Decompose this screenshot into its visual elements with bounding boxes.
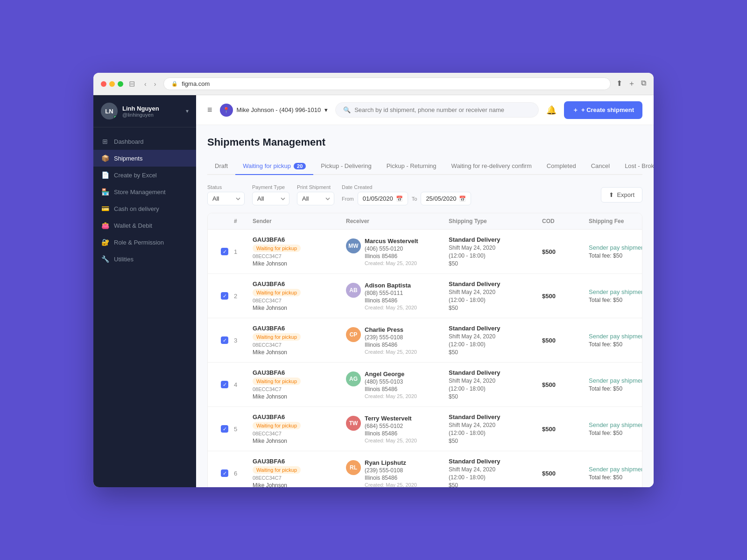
- shipments-table: # Sender Receiver Shipping Type COD Ship…: [207, 213, 642, 487]
- calendar-icon: 📅: [459, 196, 466, 202]
- sidebar-item-store-management[interactable]: 🏪 Store Management: [93, 183, 196, 200]
- from-date-input[interactable]: 01/05/2020 📅: [358, 192, 408, 205]
- receiver-created: Created: May 25, 2020: [365, 438, 417, 443]
- table-row: 4 GAU3BFA6 Waiting for pickup 08ECC34C7 …: [208, 363, 642, 407]
- avatar: LN: [101, 103, 118, 119]
- row-number: 3: [234, 337, 253, 344]
- sidebar-item-label: Cash on delivery: [114, 205, 159, 212]
- windows-icon[interactable]: ⧉: [641, 79, 646, 89]
- search-bar[interactable]: 🔍: [335, 102, 539, 118]
- cod-cell: $500: [542, 293, 589, 300]
- browser-nav: ‹ ›: [142, 79, 158, 89]
- address-bar[interactable]: 🔒 figma.com: [163, 77, 611, 90]
- new-tab-icon[interactable]: ＋: [628, 79, 635, 89]
- shipment-id: GAU3BFA6: [253, 413, 346, 420]
- row-checkbox-cell: [215, 425, 234, 433]
- shipping-cod-fee: $50: [449, 393, 542, 400]
- table-row: 3 GAU3BFA6 Waiting for pickup 08ECC34C7 …: [208, 318, 642, 363]
- notification-button[interactable]: 🔔: [546, 105, 557, 115]
- row-checkbox[interactable]: [221, 425, 228, 433]
- receiver-cell: CP Charlie Press (239) 555-0108 Illinois…: [346, 326, 449, 355]
- receiver-avatar: AB: [346, 283, 361, 298]
- row-checkbox[interactable]: [221, 336, 228, 344]
- receiver-phone: (239) 555-0108: [365, 467, 417, 474]
- sender-cell: GAU3BFA6 Waiting for pickup 08ECC34C7 Mi…: [253, 413, 346, 444]
- sender-name: Mike Johnson: [253, 305, 346, 311]
- sidebar-item-utilities[interactable]: 🔧 Utilities: [93, 251, 196, 267]
- sidebar-item-wallet-debit[interactable]: 👛 Wallet & Debit: [93, 217, 196, 234]
- table-row: 6 GAU3BFA6 Waiting for pickup 08ECC34C7 …: [208, 451, 642, 487]
- row-checkbox[interactable]: [221, 248, 228, 255]
- sidebar-item-create-excel[interactable]: 📄 Create by Excel: [93, 167, 196, 183]
- back-button[interactable]: ‹: [142, 79, 148, 89]
- shipping-shift: Shift May 24, 2020: [449, 289, 542, 295]
- payment-filter-label: Payment Type: [252, 184, 289, 190]
- sidebar-item-shipments[interactable]: 📦 Shipments: [93, 150, 196, 167]
- sidebar-item-cash-on-delivery[interactable]: 💳 Cash on delivery: [93, 200, 196, 217]
- tab-lost-broken[interactable]: Lost - Broken Goods: [617, 158, 654, 174]
- shipping-cod-fee: $50: [449, 305, 542, 311]
- row-checkbox[interactable]: [221, 381, 228, 388]
- receiver-phone: (406) 555-0120: [365, 245, 418, 252]
- store-selector[interactable]: 📍 Mike Johnson - (404) 996-1010 ▾: [220, 104, 328, 117]
- tab-cancel[interactable]: Cancel: [584, 158, 617, 174]
- hamburger-button[interactable]: ≡: [207, 105, 212, 115]
- shipping-cod-fee: $50: [449, 438, 542, 444]
- header-shipping-type: Shipping Type: [449, 218, 542, 224]
- shipping-time: (12:00 - 18:00): [449, 341, 542, 348]
- sidebar-item-role-permission[interactable]: 🔐 Role & Permission: [93, 234, 196, 251]
- sidebar-toggle-icon[interactable]: ⊟: [129, 79, 135, 88]
- sidebar-user[interactable]: LN Linh Nguyen @linhinguyen ▾: [93, 95, 196, 127]
- wallet-icon: 👛: [101, 222, 109, 229]
- from-date-value: 01/05/2020: [363, 195, 393, 202]
- search-input[interactable]: [354, 106, 531, 113]
- forward-button[interactable]: ›: [152, 79, 158, 89]
- shipping-shift: Shift May 24, 2020: [449, 378, 542, 384]
- shipping-time: (12:00 - 18:00): [449, 385, 542, 392]
- fee-type: Sender pay shipment fee: [589, 244, 642, 251]
- header-sender: Sender: [253, 218, 346, 224]
- header-checkbox: [215, 218, 234, 224]
- row-checkbox[interactable]: [221, 469, 228, 477]
- to-date-input[interactable]: 25/05/2020 📅: [421, 192, 471, 205]
- order-code: 08ECC34C7: [253, 253, 346, 259]
- order-code: 08ECC34C7: [253, 298, 346, 303]
- cod-cell: $500: [542, 337, 589, 344]
- tab-waiting-pickup[interactable]: Waiting for pickup 20: [235, 158, 313, 175]
- tab-pickup-delivering[interactable]: Pickup - Delivering: [313, 158, 379, 174]
- shipment-id: GAU3BFA6: [253, 325, 346, 332]
- share-icon[interactable]: ⬆: [616, 79, 622, 89]
- fee-cell: Sender pay shipment fee Total fee: $50: [589, 377, 642, 392]
- maximize-button[interactable]: [118, 81, 123, 87]
- shipping-type-name: Standard Delivery: [449, 413, 542, 420]
- receiver-name: Terry Westervelt: [365, 415, 417, 422]
- print-filter-label: Print Shipment: [297, 184, 334, 190]
- fee-type: Sender pay shipment fee: [589, 421, 642, 428]
- close-button[interactable]: [101, 81, 106, 87]
- fee-type: Sender pay shipment fee: [589, 377, 642, 384]
- status-badge: Waiting for pickup: [253, 422, 301, 429]
- plus-icon: ＋: [572, 106, 578, 114]
- tab-draft[interactable]: Draft: [207, 158, 235, 174]
- print-filter[interactable]: All: [297, 192, 334, 205]
- create-shipment-button[interactable]: ＋ + Create shipment: [564, 101, 642, 119]
- tab-badge: 20: [294, 163, 306, 169]
- receiver-address: Illinois 85486: [365, 475, 417, 481]
- shipping-type-cell: Standard Delivery Shift May 24, 2020 (12…: [449, 325, 542, 356]
- export-button[interactable]: ⬆ Export: [601, 187, 642, 203]
- tab-completed[interactable]: Completed: [539, 158, 584, 174]
- shipping-time: (12:00 - 18:00): [449, 297, 542, 303]
- receiver-created: Created: May 25, 2020: [365, 393, 417, 399]
- status-filter[interactable]: All: [207, 192, 245, 205]
- store-icon: 🏪: [101, 188, 109, 196]
- sidebar-item-label: Dashboard: [114, 138, 144, 145]
- payment-filter[interactable]: All: [252, 192, 289, 205]
- sidebar-item-dashboard[interactable]: ⊞ Dashboard: [93, 133, 196, 150]
- tab-pickup-returning[interactable]: Pickup - Returning: [379, 158, 444, 174]
- tab-re-delivery-confirm[interactable]: Waiting for re-delivery confirm: [444, 158, 539, 174]
- receiver-address: Illinois 85486: [365, 430, 417, 437]
- date-range: From 01/05/2020 📅 To 25/05/2020 📅: [342, 192, 471, 205]
- receiver-name: Adison Baptista: [365, 282, 417, 289]
- row-checkbox[interactable]: [221, 292, 228, 300]
- minimize-button[interactable]: [109, 81, 115, 87]
